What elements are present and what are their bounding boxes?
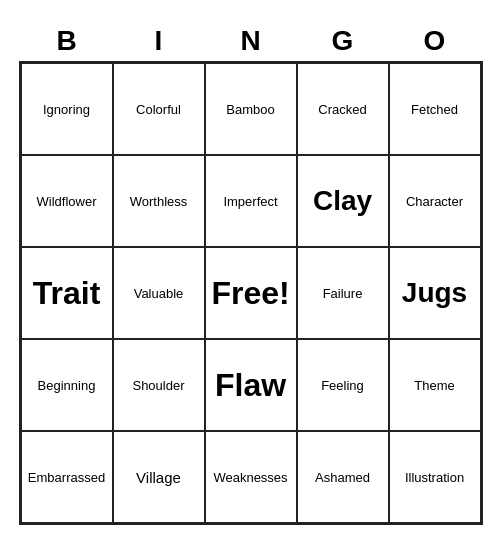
bingo-cell: Feeling <box>297 339 389 431</box>
bingo-cell: Shoulder <box>113 339 205 431</box>
bingo-cell: Character <box>389 155 481 247</box>
bingo-cell: Fetched <box>389 63 481 155</box>
header-letter: N <box>205 25 297 57</box>
bingo-grid: IgnoringColorfulBambooCrackedFetchedWild… <box>19 61 483 525</box>
bingo-cell: Wildflower <box>21 155 113 247</box>
bingo-cell: Illustration <box>389 431 481 523</box>
bingo-cell: Failure <box>297 247 389 339</box>
bingo-cell: Colorful <box>113 63 205 155</box>
header-letter: G <box>297 25 389 57</box>
bingo-cell: Imperfect <box>205 155 297 247</box>
bingo-cell: Beginning <box>21 339 113 431</box>
bingo-cell: Jugs <box>389 247 481 339</box>
bingo-cell: Embarrassed <box>21 431 113 523</box>
header-letter: B <box>21 25 113 57</box>
bingo-cell: Trait <box>21 247 113 339</box>
bingo-cell: Village <box>113 431 205 523</box>
bingo-card: BINGO IgnoringColorfulBambooCrackedFetch… <box>19 19 483 525</box>
bingo-cell: Valuable <box>113 247 205 339</box>
bingo-header: BINGO <box>21 19 481 61</box>
bingo-cell: Weaknesses <box>205 431 297 523</box>
header-letter: O <box>389 25 481 57</box>
header-letter: I <box>113 25 205 57</box>
bingo-cell: Ignoring <box>21 63 113 155</box>
bingo-cell: Worthless <box>113 155 205 247</box>
bingo-cell: Ashamed <box>297 431 389 523</box>
bingo-cell: Flaw <box>205 339 297 431</box>
bingo-cell: Clay <box>297 155 389 247</box>
bingo-cell: Bamboo <box>205 63 297 155</box>
bingo-cell: Theme <box>389 339 481 431</box>
bingo-cell: Cracked <box>297 63 389 155</box>
bingo-cell: Free! <box>205 247 297 339</box>
